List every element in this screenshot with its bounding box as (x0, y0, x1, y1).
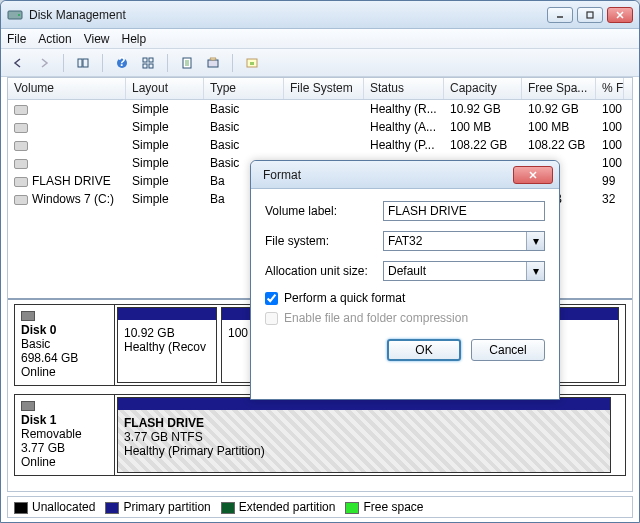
refresh-button[interactable] (176, 52, 198, 74)
col-percent[interactable]: % F (596, 78, 624, 99)
svg-rect-12 (143, 64, 147, 68)
col-layout[interactable]: Layout (126, 78, 204, 99)
minimize-button[interactable] (547, 7, 573, 23)
menubar: File Action View Help (1, 29, 639, 49)
svg-rect-10 (143, 58, 147, 62)
forward-button[interactable] (33, 52, 55, 74)
compression-label: Enable file and folder compression (284, 311, 468, 325)
svg-rect-3 (587, 12, 593, 18)
dialog-body: Volume label: File system: FAT32▾ Alloca… (251, 189, 559, 373)
svg-rect-17 (250, 62, 254, 65)
legend-extended: Extended partition (239, 500, 336, 514)
cancel-button[interactable]: Cancel (471, 339, 545, 361)
quick-format-label: Perform a quick format (284, 291, 405, 305)
dialog-title: Format (257, 168, 509, 182)
table-row[interactable]: SimpleBasicHealthy (P...108.22 GB108.22 … (8, 136, 632, 154)
help-button[interactable]: ? (111, 52, 133, 74)
filesystem-label: File system: (265, 234, 383, 248)
properties-button[interactable] (202, 52, 224, 74)
disk-row: Disk 1Removable3.77 GBOnlineFLASH DRIVE3… (14, 394, 626, 476)
quick-format-checkbox[interactable] (265, 292, 278, 305)
legend-free: Free space (363, 500, 423, 514)
svg-rect-11 (149, 58, 153, 62)
window-title: Disk Management (29, 8, 543, 22)
svg-rect-13 (149, 64, 153, 68)
disk-info: Disk 0Basic698.64 GBOnline (15, 305, 115, 385)
col-status[interactable]: Status (364, 78, 444, 99)
table-row[interactable]: SimpleBasicHealthy (R...10.92 GB10.92 GB… (8, 100, 632, 118)
menu-view[interactable]: View (84, 32, 110, 46)
svg-point-1 (18, 14, 20, 16)
partition[interactable]: FLASH DRIVE3.77 GB NTFSHealthy (Primary … (117, 397, 611, 473)
legend: Unallocated Primary partition Extended p… (7, 496, 633, 518)
close-button[interactable] (607, 7, 633, 23)
col-filesystem[interactable]: File System (284, 78, 364, 99)
legend-primary: Primary partition (123, 500, 210, 514)
menu-action[interactable]: Action (38, 32, 71, 46)
toolbar-separator (63, 54, 64, 72)
menu-file[interactable]: File (7, 32, 26, 46)
dialog-titlebar[interactable]: Format (251, 161, 559, 189)
svg-text:?: ? (118, 56, 125, 69)
compression-checkbox (265, 312, 278, 325)
main-titlebar[interactable]: Disk Management (1, 1, 639, 29)
show-hide-tree-button[interactable] (72, 52, 94, 74)
toolbar: ? (1, 49, 639, 77)
col-type[interactable]: Type (204, 78, 284, 99)
partition[interactable]: 10.92 GBHealthy (Recov (117, 307, 217, 383)
format-dialog: Format Volume label: File system: FAT32▾… (250, 160, 560, 400)
svg-rect-15 (208, 60, 218, 67)
chevron-down-icon: ▾ (526, 262, 544, 280)
table-row[interactable]: SimpleBasicHealthy (A...100 MB100 MB100 (8, 118, 632, 136)
toolbar-view-button[interactable] (137, 52, 159, 74)
volume-grid-header: Volume Layout Type File System Status Ca… (8, 78, 632, 100)
chevron-down-icon: ▾ (526, 232, 544, 250)
allocation-label: Allocation unit size: (265, 264, 383, 278)
disk-info: Disk 1Removable3.77 GBOnline (15, 395, 115, 475)
ok-button[interactable]: OK (387, 339, 461, 361)
disk-mgmt-icon (7, 7, 23, 23)
menu-help[interactable]: Help (122, 32, 147, 46)
dialog-close-button[interactable] (513, 166, 553, 184)
col-volume[interactable]: Volume (8, 78, 126, 99)
maximize-button[interactable] (577, 7, 603, 23)
back-button[interactable] (7, 52, 29, 74)
allocation-select[interactable]: Default▾ (383, 261, 545, 281)
legend-unallocated: Unallocated (32, 500, 95, 514)
volume-label-label: Volume label: (265, 204, 383, 218)
filesystem-select[interactable]: FAT32▾ (383, 231, 545, 251)
volume-label-input[interactable] (383, 201, 545, 221)
svg-rect-6 (78, 59, 82, 67)
svg-rect-7 (83, 59, 88, 67)
col-capacity[interactable]: Capacity (444, 78, 522, 99)
col-free[interactable]: Free Spa... (522, 78, 596, 99)
settings-button[interactable] (241, 52, 263, 74)
